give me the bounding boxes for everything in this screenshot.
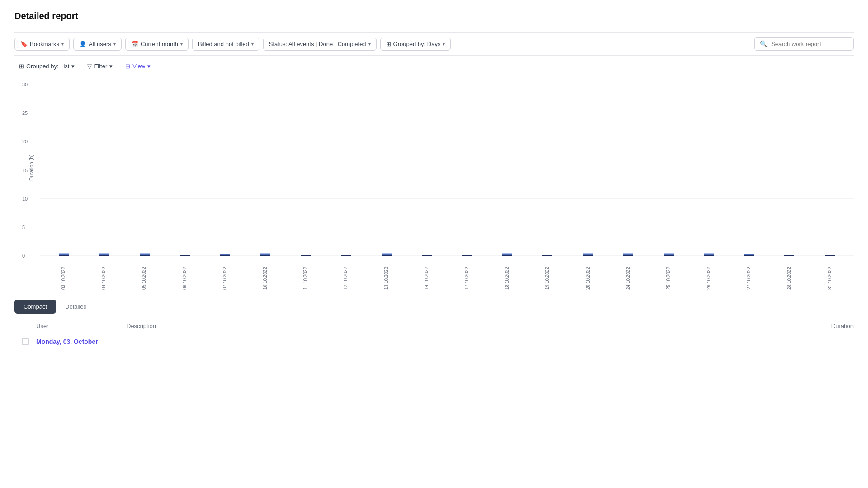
x-axis-label: 11.10.2022 (303, 258, 308, 290)
bar-segment (825, 255, 835, 256)
x-axis-label: 28.10.2022 (787, 258, 792, 290)
status-button[interactable]: Status: All events | Done | Completed ▾ (263, 38, 377, 51)
bar-group (623, 253, 633, 256)
bar-group (583, 253, 593, 256)
bar-group (422, 255, 432, 256)
billed-button[interactable]: Billed and not billed ▾ (192, 38, 259, 51)
chevron-down-icon: ▾ (368, 42, 371, 47)
x-axis-label: 04.10.2022 (101, 258, 106, 290)
bar-group (542, 255, 552, 256)
bar-group (744, 254, 754, 256)
chart-container: Duration (h) 051015202530 03.10.202204.1… (14, 84, 854, 292)
x-axis-label: 06.10.2022 (182, 258, 187, 290)
bar-segment (260, 255, 270, 256)
bar-segment (784, 255, 794, 256)
chevron-down-icon: ▾ (251, 42, 254, 47)
x-axis-label: 10.10.2022 (263, 258, 268, 290)
x-axis-label: 18.10.2022 (505, 258, 509, 290)
filter-icon: ▽ (87, 63, 92, 70)
bar-group (704, 253, 714, 256)
bar-group (140, 253, 150, 256)
bar-segment (623, 255, 633, 256)
bar-segment (99, 255, 109, 256)
bar-segment (583, 255, 593, 256)
chevron-down-icon: ▾ (61, 42, 64, 47)
bar-segment (382, 255, 392, 256)
x-axis-label: 13.10.2022 (384, 258, 389, 290)
view-icon: ⊟ (125, 63, 130, 70)
list-icon: ⊞ (19, 63, 24, 70)
bookmark-icon: 🔖 (20, 41, 28, 47)
x-axis-label: 27.10.2022 (746, 258, 751, 290)
search-box[interactable]: 🔍 (754, 37, 854, 51)
table-row: Monday, 03. October (14, 333, 854, 350)
page-title: Detailed report (14, 11, 854, 21)
all-users-button[interactable]: 👤 All users ▾ (73, 38, 122, 51)
col-user: User (36, 323, 127, 329)
bar-segment (59, 255, 69, 256)
col-duration: Duration (790, 323, 854, 329)
date-label: Monday, 03. October (36, 338, 854, 345)
bar-segment (502, 255, 512, 256)
x-axis-label: 05.10.2022 (142, 258, 146, 290)
bar-segment (542, 255, 552, 256)
view-tabs: Compact Detailed (14, 300, 854, 314)
chart-inner: 051015202530 (40, 84, 854, 256)
calendar-icon: 📅 (131, 41, 138, 47)
search-icon: 🔍 (760, 40, 768, 47)
table-header: User Description Duration (14, 319, 854, 333)
detailed-tab[interactable]: Detailed (56, 300, 96, 314)
bar-group (59, 253, 69, 256)
bar-group (301, 255, 311, 256)
filter-button[interactable]: ▽ Filter ▾ (83, 60, 117, 72)
bookmarks-button[interactable]: 🔖 Bookmarks ▾ (14, 38, 70, 51)
search-input[interactable] (771, 41, 848, 47)
x-axis-label: 20.10.2022 (585, 258, 590, 290)
x-axis-label: 19.10.2022 (545, 258, 550, 290)
toolbar-bottom: ⊞ Grouped by: List ▾ ▽ Filter ▾ ⊟ View ▾ (14, 56, 854, 77)
compact-tab[interactable]: Compact (14, 300, 56, 314)
chevron-down-icon: ▾ (113, 42, 116, 47)
x-axis-label: 03.10.2022 (61, 258, 66, 290)
bar-group (341, 255, 351, 256)
y-axis-label: Duration (h) (28, 155, 34, 181)
bar-segment (301, 255, 311, 256)
chevron-down-icon: ▾ (71, 63, 75, 70)
current-month-button[interactable]: 📅 Current month ▾ (125, 38, 189, 51)
col-description: Description (127, 323, 790, 329)
x-axis-label: 14.10.2022 (424, 258, 429, 290)
bar-group (462, 255, 472, 256)
x-axis-label: 17.10.2022 (464, 258, 469, 290)
bar-segment (220, 255, 230, 256)
x-axis-label: 07.10.2022 (222, 258, 227, 290)
bar-group (502, 253, 512, 256)
x-axis-label: 25.10.2022 (666, 258, 671, 290)
users-icon: 👤 (79, 41, 86, 47)
row-checkbox[interactable] (22, 338, 29, 345)
bar-segment (422, 255, 432, 256)
bar-segment (704, 255, 714, 256)
bar-segment (664, 255, 674, 256)
chevron-down-icon: ▾ (109, 63, 113, 70)
grouped-list-button[interactable]: ⊞ Grouped by: List ▾ (14, 60, 79, 72)
bar-group (99, 253, 109, 256)
chevron-down-icon: ▾ (443, 42, 445, 47)
toolbar-top: 🔖 Bookmarks ▾ 👤 All users ▾ 📅 Current mo… (14, 32, 854, 56)
bar-group (382, 253, 392, 256)
x-axis-label: 26.10.2022 (706, 258, 711, 290)
grid-icon: ⊞ (386, 41, 391, 47)
bar-group (180, 255, 190, 256)
view-button[interactable]: ⊟ View ▾ (121, 60, 155, 72)
grouped-by-button[interactable]: ⊞ Grouped by: Days ▾ (380, 38, 451, 51)
chevron-down-icon: ▾ (147, 63, 151, 70)
bar-group (825, 255, 835, 256)
bar-group (664, 253, 674, 256)
bar-segment (744, 255, 754, 256)
bar-group (784, 255, 794, 256)
bar-segment (180, 255, 190, 256)
chevron-down-icon: ▾ (180, 42, 183, 47)
x-axis-label: 12.10.2022 (343, 258, 348, 290)
x-axis-label: 31.10.2022 (827, 258, 832, 290)
bar-segment (140, 255, 150, 256)
bar-segment (341, 255, 351, 256)
